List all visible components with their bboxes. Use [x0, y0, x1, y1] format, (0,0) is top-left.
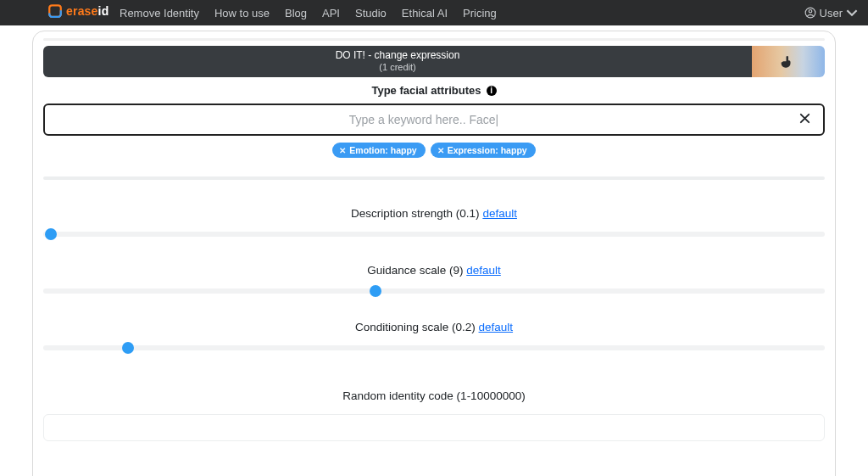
- nav-links: Remove Identity How to use Blog API Stud…: [120, 7, 497, 20]
- doit-text: DO IT! - change expression (1 credit): [43, 46, 752, 77]
- navbar: eraseid Remove Identity How to use Blog …: [0, 0, 868, 25]
- guidance-scale-label: Guidance scale (9): [367, 264, 463, 277]
- description-strength-block: Description strength (0.1) default: [43, 207, 825, 237]
- conditioning-scale-default-link[interactable]: default: [479, 321, 514, 333]
- keyword-input-wrap[interactable]: [43, 104, 825, 136]
- doit-button[interactable]: DO IT! - change expression (1 credit): [43, 46, 825, 77]
- user-label: User: [820, 7, 843, 20]
- chevron-down-icon: [846, 7, 858, 19]
- conditioning-scale-slider[interactable]: [43, 345, 825, 350]
- conditioning-scale-block: Conditioning scale (0.2) default: [43, 321, 825, 350]
- tag-emotion-happy[interactable]: ✕ Emotion: happy: [332, 143, 425, 158]
- user-menu[interactable]: User: [804, 7, 858, 20]
- svg-rect-0: [49, 5, 61, 17]
- nav-remove-identity[interactable]: Remove Identity: [120, 7, 199, 20]
- nav-api[interactable]: API: [322, 7, 340, 20]
- pointer-icon: [780, 53, 797, 70]
- conditioning-scale-label: Conditioning scale (0.2): [355, 321, 476, 333]
- slider-thumb[interactable]: [370, 285, 381, 297]
- user-icon: [804, 7, 816, 19]
- guidance-scale-slider[interactable]: [43, 288, 825, 294]
- info-icon[interactable]: i: [487, 86, 497, 96]
- description-strength-default-link[interactable]: default: [482, 207, 517, 220]
- logo-icon: [47, 3, 63, 19]
- nav-pricing[interactable]: Pricing: [463, 7, 497, 20]
- doit-line1: DO IT! - change expression: [336, 49, 460, 62]
- nav-blog[interactable]: Blog: [285, 7, 307, 20]
- clear-input-button[interactable]: [794, 112, 815, 128]
- tag-remove-icon[interactable]: ✕: [339, 146, 346, 155]
- random-code-input[interactable]: [43, 414, 825, 441]
- nav-studio[interactable]: Studio: [355, 7, 387, 20]
- nav-how-to-use[interactable]: How to use: [214, 7, 270, 20]
- brand-logo[interactable]: eraseid: [47, 3, 108, 19]
- options-card: DO IT! - change expression (1 credit) Ty…: [32, 31, 836, 476]
- tag-row: ✕ Emotion: happy ✕ Expression: happy: [43, 143, 825, 158]
- guidance-scale-default-link[interactable]: default: [466, 264, 501, 277]
- keyword-input[interactable]: [53, 113, 794, 126]
- slider-thumb[interactable]: [122, 342, 134, 354]
- divider: [43, 176, 825, 180]
- doit-thumbs[interactable]: [752, 46, 825, 77]
- brand-text: eraseid: [66, 4, 108, 18]
- tag-remove-icon[interactable]: ✕: [437, 146, 444, 155]
- tag-expression-happy[interactable]: ✕ Expression: happy: [431, 143, 536, 158]
- close-icon: [798, 112, 811, 125]
- facial-attributes-section: Type facial attributes i ✕ Emotion: happ…: [43, 84, 825, 180]
- svg-point-3: [809, 10, 812, 14]
- guidance-scale-block: Guidance scale (9) default: [43, 264, 825, 294]
- random-code-label: Random identity code (1-10000000): [43, 389, 825, 402]
- random-code-block: Random identity code (1-10000000): [43, 389, 825, 441]
- slider-thumb[interactable]: [45, 228, 57, 240]
- description-strength-label: Description strength (0.1): [351, 207, 480, 220]
- nav-ethical-ai[interactable]: Ethical AI: [402, 7, 448, 20]
- svg-rect-1: [49, 5, 61, 17]
- doit-line2: (1 credit): [379, 62, 415, 74]
- facial-attributes-title: Type facial attributes i: [43, 84, 825, 97]
- description-strength-slider[interactable]: [43, 232, 825, 237]
